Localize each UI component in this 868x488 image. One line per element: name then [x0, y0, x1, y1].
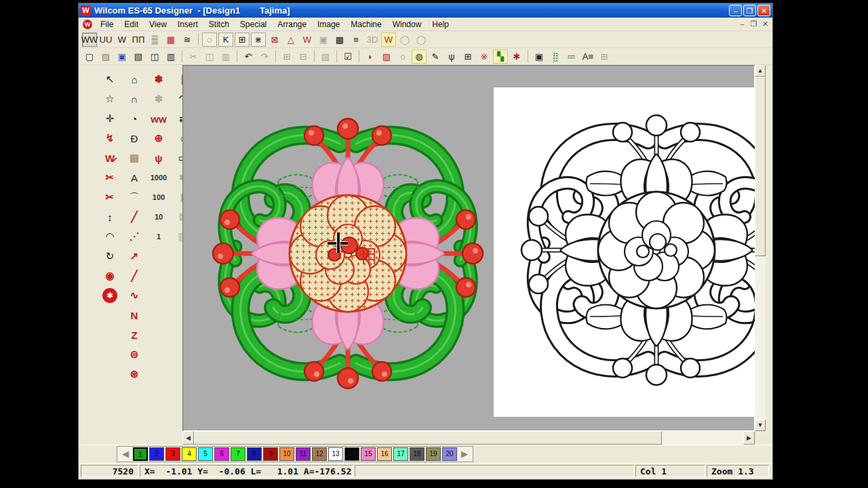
outline-dotted-button[interactable]: ◌	[202, 33, 217, 47]
grid-toggle-button[interactable]: ⊞	[460, 49, 475, 64]
menu-stitch[interactable]: Stitch	[203, 18, 235, 30]
ungroup-button[interactable]: ⊟	[296, 49, 311, 64]
zigzag-arrow-tool[interactable]: ↯	[99, 129, 121, 148]
sort-list-button[interactable]: A≡	[580, 49, 595, 64]
yellow-fill-button[interactable]: ◍	[412, 49, 427, 64]
vertical-scroll-thumb[interactable]	[755, 77, 766, 256]
node-edit-tool[interactable]: ✛	[99, 110, 121, 128]
motif-run-tool[interactable]: ⊕	[148, 129, 170, 148]
cut-button[interactable]: ✂	[186, 49, 201, 64]
wizard-button[interactable]: ▧	[318, 49, 333, 64]
stop-hand-tool[interactable]: ✱	[99, 287, 121, 305]
z-run-tool-tool[interactable]: Z	[123, 326, 145, 344]
fancy-fill-button[interactable]: ⊞	[235, 33, 250, 47]
red-line-tool[interactable]: ╱	[123, 267, 145, 285]
save-file-button[interactable]: ▣	[115, 49, 130, 64]
color-swatch-14[interactable]: 14	[344, 447, 359, 461]
menu-arrange[interactable]: Arrange	[272, 18, 312, 30]
motif-fill-button[interactable]: ▦	[163, 33, 178, 47]
polygon-select-tool[interactable]: ☆	[99, 90, 121, 108]
color-swatch-2[interactable]: 2	[149, 447, 164, 461]
crossed-box-button[interactable]: ⊠	[267, 33, 282, 47]
paste-button[interactable]: ▥	[218, 49, 233, 64]
striped-wheel-tool[interactable]: ⊜	[123, 346, 145, 364]
oval-effect-2-button[interactable]: ◯	[414, 33, 429, 47]
color-swatch-6[interactable]: 6	[214, 447, 229, 461]
vertical-scrollbar[interactable]: ▲ ▼	[755, 65, 766, 431]
scroll-right-arrow[interactable]: ▶	[743, 431, 755, 445]
color-swatch-13[interactable]: 13	[328, 447, 343, 461]
line-nodes-tool[interactable]: ╱	[123, 208, 145, 226]
stitch-angle-button[interactable]: K	[218, 33, 233, 47]
lettering-tool[interactable]: A	[123, 169, 145, 187]
flower-input-tool[interactable]: ✽	[148, 70, 170, 89]
open-file-button[interactable]: ▨	[98, 49, 113, 64]
pattern-disabled-button[interactable]: ▣	[316, 33, 331, 47]
group-button[interactable]: ⊞	[279, 49, 294, 64]
satin-leaf-button[interactable]: ◗	[363, 49, 378, 64]
wheel-flower-tool[interactable]: ⊛	[123, 365, 145, 384]
color-swatch-3[interactable]: 3	[165, 447, 180, 461]
minimize-button[interactable]: –	[729, 5, 742, 16]
needle-fork-tool[interactable]: ψ	[148, 149, 170, 167]
options-check-button[interactable]: ☑	[340, 49, 355, 64]
print-preview-button[interactable]: ◫	[147, 49, 162, 64]
send-to-machine-button[interactable]: ▥	[163, 49, 178, 64]
color-swatch-19[interactable]: 19	[426, 447, 441, 461]
red-leaves-button[interactable]: ※	[477, 49, 492, 64]
star-fill-button[interactable]: ⋇	[251, 33, 266, 47]
tatami-fill-button[interactable]: ▒	[147, 33, 162, 47]
menu-insert[interactable]: Insert	[172, 18, 203, 30]
color-swatch-7[interactable]: 7	[231, 447, 245, 461]
circle-input-tool[interactable]: ◔	[123, 110, 145, 128]
triangle-effect-button[interactable]: △	[283, 33, 298, 47]
menu-image[interactable]: Image	[312, 18, 345, 30]
n-run-tool-tool[interactable]: N	[123, 306, 145, 325]
color-swatch-1[interactable]: 1	[133, 447, 148, 461]
size-10-tool[interactable]: 10	[148, 208, 170, 226]
color-swatch-20[interactable]: 20	[442, 447, 457, 461]
redo-button[interactable]: ↷	[257, 49, 272, 64]
color-list-button[interactable]: ≔	[564, 49, 579, 64]
arc-nodes-tool[interactable]: ⌒	[123, 188, 145, 207]
horizontal-scrollbar[interactable]: ◀ ▶	[182, 431, 755, 445]
color-swatch-8[interactable]: 8	[247, 447, 262, 461]
chain-links-tool[interactable]: ⋰	[123, 228, 145, 246]
mdi-close-button[interactable]: ✕	[760, 19, 771, 29]
mdi-minimize-button[interactable]: –	[736, 19, 748, 29]
menu-edit[interactable]: Edit	[119, 18, 144, 30]
color-swatch-18[interactable]: 18	[410, 447, 425, 461]
color-swatch-5[interactable]: 5	[198, 447, 213, 461]
e-stitch-button[interactable]: ΠΠ	[131, 33, 146, 47]
updown-needle-tool[interactable]: ↕	[99, 208, 121, 226]
zigzag-input-tool[interactable]: ww	[148, 110, 170, 128]
color-swatch-15[interactable]: 15	[361, 447, 376, 461]
copy-button[interactable]: ◫	[202, 49, 217, 64]
red-arrows-tool[interactable]: ↗	[123, 247, 145, 266]
scroll-left-arrow[interactable]: ◀	[182, 431, 194, 445]
cut-w-tool[interactable]: ✂	[99, 169, 121, 187]
w-slash-tool[interactable]: W̷	[99, 149, 121, 167]
pattern-fill-button[interactable]: ▩	[332, 33, 347, 47]
oval-effect-1-button[interactable]: ◯	[397, 33, 412, 47]
grid-disabled-button[interactable]: ⊞	[597, 49, 612, 64]
outline-shape-button[interactable]: ◌	[395, 49, 410, 64]
menu-help[interactable]: Help	[427, 18, 454, 30]
image-frame-button[interactable]: ▣	[532, 49, 547, 64]
scroll-up-arrow[interactable]: ▲	[755, 65, 766, 77]
size-100-tool[interactable]: 100	[148, 188, 170, 207]
select-tool-tool[interactable]: ↖	[99, 70, 121, 89]
size-1000-tool[interactable]: 1000	[148, 169, 170, 187]
menu-window[interactable]: Window	[387, 18, 427, 30]
close-button[interactable]: ✕	[757, 5, 770, 16]
mdi-restore-button[interactable]: ❐	[748, 19, 760, 29]
zigzag-stitch-button[interactable]: W	[115, 33, 130, 47]
palette-right-arrow[interactable]: ▶	[458, 447, 471, 461]
color-swatch-10[interactable]: 10	[279, 447, 294, 461]
contour-lines-button[interactable]: ≡	[349, 33, 363, 47]
size-1-tool[interactable]: 1	[148, 228, 170, 246]
flower-image-button[interactable]: ✱	[509, 49, 524, 64]
print-button[interactable]: ▤	[131, 49, 146, 64]
undo-button[interactable]: ↶	[241, 49, 256, 64]
satin-stitch-button[interactable]: WW	[82, 33, 97, 47]
